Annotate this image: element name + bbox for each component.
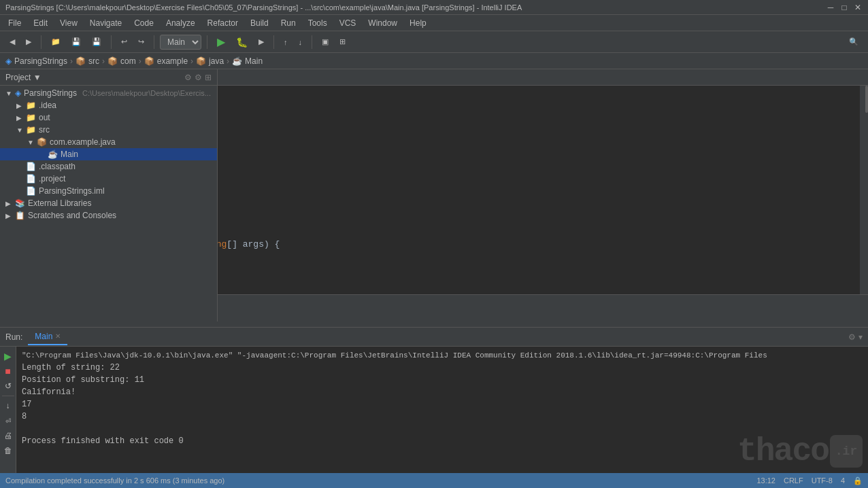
tree-item-src[interactable]: ▼ 📁 src <box>0 124 217 136</box>
run-output-5: 8 <box>22 411 863 423</box>
vcs-update-button[interactable]: ↓ <box>295 37 307 48</box>
vcs-button[interactable]: ↑ <box>280 37 292 48</box>
toolbar-undo-button[interactable]: ↩ <box>117 36 131 48</box>
breadcrumb-com[interactable]: 📦 com <box>107 56 136 66</box>
run-play-button[interactable]: ▶ <box>1 349 15 363</box>
toolbar-open-button[interactable]: 📁 <box>47 36 65 48</box>
search-everywhere-button[interactable]: 🔍 <box>845 36 863 48</box>
menu-code[interactable]: Code <box>129 17 159 29</box>
titlebar-title: ParsingStrings [C:\Users\malekpour\Deskt… <box>5 3 522 12</box>
toolbar-back-button[interactable]: ◀ <box>5 36 19 48</box>
run-print-button[interactable]: 🖨 <box>1 429 15 442</box>
tree-arrow-parsing-strings: ▼ <box>5 90 12 97</box>
project-label: Project ▼ <box>5 73 41 82</box>
menu-window[interactable]: Window <box>363 17 403 29</box>
tree-label-project-file: .project <box>39 174 65 184</box>
breadcrumb-nav: ◈ ParsingStrings › 📦 src › 📦 com › 📦 exa… <box>0 53 868 69</box>
tree-item-main[interactable]: ☕ Main <box>0 148 217 160</box>
toolbar-separator-3 <box>154 35 154 49</box>
sidebar: Project ▼ ⚙ ⚙ ⊞ ▼ ◈ ParsingStrings C:\Us… <box>0 69 218 321</box>
tree-label-src: src <box>39 125 50 135</box>
breadcrumb-main[interactable]: ☕ Main <box>232 56 263 66</box>
menu-file[interactable]: File <box>3 17 27 29</box>
run-output-1: Length of string: 22 <box>22 362 863 374</box>
terminal-button[interactable]: ▣ <box>318 36 333 48</box>
menu-tools[interactable]: Tools <box>303 17 333 29</box>
maximize-button[interactable]: □ <box>839 3 849 12</box>
run-rerun-button[interactable]: ↺ <box>1 379 15 393</box>
sidebar-expand-icon[interactable]: ⊞ <box>205 73 212 82</box>
run-tab-main[interactable]: Main ✕ <box>28 329 67 345</box>
run-config-dropdown[interactable]: Main <box>160 35 201 50</box>
tree-label-external-libs: External Libraries <box>28 198 91 208</box>
tree-label-idea: .idea <box>39 101 56 110</box>
statusbar-encoding[interactable]: CRLF <box>784 476 803 485</box>
run-sidebar-sep <box>2 396 14 396</box>
toolbar-save-all-button[interactable]: 💾 <box>88 36 105 48</box>
statusbar-message: Compilation completed successfully in 2 … <box>5 476 224 485</box>
breadcrumb-example[interactable]: 📦 example <box>144 56 188 66</box>
minimize-button[interactable]: ─ <box>826 3 835 12</box>
statusbar-left: Compilation completed successfully in 2 … <box>5 476 224 485</box>
tree-item-scratches[interactable]: ▶ 📋 Scratches and Consoles <box>0 209 217 222</box>
statusbar-vcs-icon: 🔒 <box>853 476 863 485</box>
statusbar-charset[interactable]: UTF-8 <box>812 476 833 485</box>
tree-item-package[interactable]: ▼ 📦 com.example.java <box>0 136 217 148</box>
sidebar-settings-icon[interactable]: ⚙ <box>195 73 202 82</box>
tree-label-classpath: .classpath <box>39 162 76 171</box>
breadcrumb-java[interactable]: 📦 java <box>196 56 224 66</box>
breadcrumb-parsing-strings[interactable]: ◈ ParsingStrings <box>5 56 67 66</box>
run-with-coverage-button[interactable]: ▶ <box>254 36 268 48</box>
menu-vcs[interactable]: VCS <box>334 17 362 29</box>
menu-edit[interactable]: Edit <box>28 17 53 29</box>
sidebar-gear-icon[interactable]: ⚙ <box>184 73 192 82</box>
scroll-marker <box>865 86 868 113</box>
run-settings-icon[interactable]: ⚙ <box>848 332 856 342</box>
breadcrumb-src[interactable]: 📦 src <box>76 56 99 66</box>
sidebar-tree: ▼ ◈ ParsingStrings C:\Users\malekpour\De… <box>0 86 217 321</box>
run-panel: Run: Main ✕ ⚙ ▾ ▶ ■ ↺ ↓ ⏎ 🖨 🗑 "C:\Progra… <box>0 327 868 473</box>
tree-label-parsing-strings: ParsingStrings <box>24 88 77 98</box>
statusbar-position[interactable]: 13:12 <box>756 476 775 485</box>
run-tab-close[interactable]: ✕ <box>55 332 61 340</box>
file-icon-classpath: 📄 <box>26 162 36 171</box>
menu-navigate[interactable]: Navigate <box>84 17 127 29</box>
run-stop-button[interactable]: ■ <box>1 364 15 378</box>
run-clear-button[interactable]: 🗑 <box>1 444 15 457</box>
tree-label-scratches: Scratches and Consoles <box>28 211 116 220</box>
tree-item-out[interactable]: ▶ 📁 out <box>0 111 217 124</box>
menu-run[interactable]: Run <box>276 17 301 29</box>
tree-item-external-libs[interactable]: ▶ 📚 External Libraries <box>0 197 217 209</box>
tree-item-project-file[interactable]: 📄 .project <box>0 173 217 185</box>
toolbar-separator-5 <box>273 35 274 49</box>
run-soft-wrap-button[interactable]: ⏎ <box>1 414 15 428</box>
tree-item-idea[interactable]: ▶ 📁 .idea <box>0 99 217 111</box>
toolbar-redo-button[interactable]: ↪ <box>134 36 148 48</box>
debug-button[interactable]: 🐛 <box>232 35 252 49</box>
statusbar-right: 13:12 CRLF UTF-8 4 🔒 <box>756 476 863 485</box>
menu-help[interactable]: Help <box>404 17 432 29</box>
tree-item-parsing-strings[interactable]: ▼ ◈ ParsingStrings C:\Users\malekpour\De… <box>0 87 217 99</box>
run-label: Run: <box>5 332 22 342</box>
right-side-scrollbar[interactable] <box>860 86 868 294</box>
close-button[interactable]: ✕ <box>853 3 863 12</box>
tree-path-parsing-strings: C:\Users\malekpour\Desktop\Exercis... <box>82 89 211 97</box>
toolbar-save-button[interactable]: 💾 <box>67 36 85 48</box>
run-button[interactable]: ▶ <box>213 34 229 50</box>
run-panel-controls: ⚙ ▾ <box>848 332 863 342</box>
menubar: File Edit View Navigate Code Analyze Ref… <box>0 15 868 31</box>
menu-analyze[interactable]: Analyze <box>161 17 201 29</box>
run-scroll-down-button[interactable]: ↓ <box>1 399 15 413</box>
tree-item-iml[interactable]: 📄 ParsingStrings.iml <box>0 185 217 197</box>
menu-refactor[interactable]: Refactor <box>202 17 244 29</box>
tree-item-classpath[interactable]: 📄 .classpath <box>0 160 217 173</box>
menu-build[interactable]: Build <box>245 17 274 29</box>
statusbar: Compilation completed successfully in 2 … <box>0 473 868 488</box>
folder-icon-src: 📁 <box>26 125 36 135</box>
sidebar-header-icons: ⚙ ⚙ ⊞ <box>184 73 212 82</box>
tree-arrow-idea: ▶ <box>16 102 23 109</box>
run-collapse-icon[interactable]: ▾ <box>858 332 863 342</box>
structure-button[interactable]: ⊞ <box>335 36 350 48</box>
menu-view[interactable]: View <box>54 17 83 29</box>
toolbar-forward-button[interactable]: ▶ <box>22 36 35 48</box>
